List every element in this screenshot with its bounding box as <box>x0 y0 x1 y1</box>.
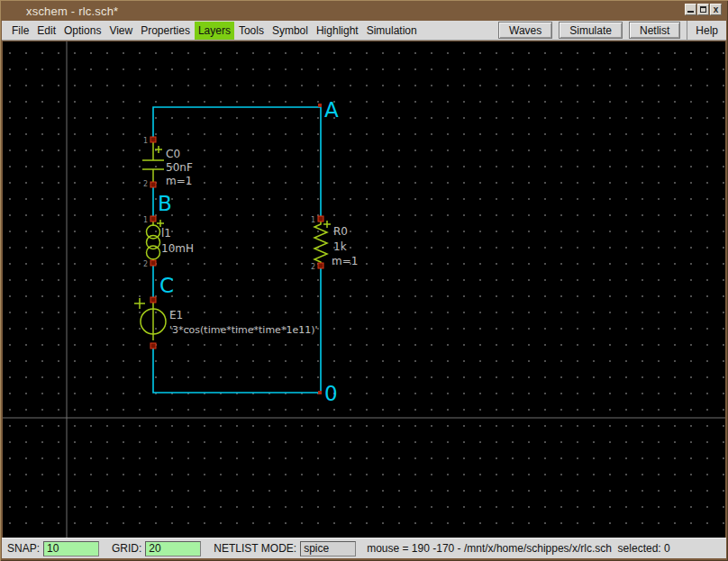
netlist-mode-input[interactable] <box>300 541 356 556</box>
schematic-canvas[interactable]: 1 2 C0 50nF m=1 1 2 l1 10mH <box>3 41 725 538</box>
pin[interactable] <box>150 216 156 222</box>
statusbar: SNAP: GRID: NETLIST MODE: mouse = 190 -1… <box>2 538 726 558</box>
pin[interactable] <box>150 182 156 187</box>
circuit-drawing: 1 2 C0 50nF m=1 1 2 l1 10mH <box>3 41 725 538</box>
net-label-C[interactable]: C <box>159 274 174 297</box>
net-label-B[interactable]: B <box>158 192 172 215</box>
component-mult: m=1 <box>332 255 358 267</box>
component-value: 10mH <box>161 242 194 255</box>
plus-icon <box>157 220 164 227</box>
menu-options[interactable]: Options <box>60 22 105 40</box>
net-label-A[interactable]: A <box>324 98 339 122</box>
grid-label: GRID: <box>112 542 141 555</box>
pin[interactable] <box>150 260 156 266</box>
pin-number: 1 <box>143 137 148 145</box>
pin[interactable] <box>150 343 156 348</box>
component-value: 50nF <box>166 161 193 174</box>
plus-icon <box>155 146 162 153</box>
plus-icon <box>134 298 145 309</box>
menu-highlight[interactable]: Highlight <box>313 22 362 40</box>
menu-layers[interactable]: Layers <box>195 22 234 40</box>
menubar-actions: Waves Simulate Netlist Help <box>498 21 726 40</box>
menubar: File Edit Options View Properties Layers… <box>2 21 726 41</box>
component-ref: C0 <box>166 148 180 160</box>
plus-icon <box>323 221 331 228</box>
component-value: 1k <box>333 240 347 253</box>
menu-file[interactable]: File <box>8 22 32 40</box>
component-capacitor-C0[interactable]: 1 2 C0 50nF m=1 <box>142 137 193 188</box>
pin-number: 2 <box>143 260 148 268</box>
menu-tools[interactable]: Tools <box>235 22 268 40</box>
pin[interactable] <box>318 263 323 268</box>
minimize-icon <box>687 6 694 13</box>
menu-view[interactable]: View <box>105 22 136 40</box>
snap-input[interactable] <box>43 541 99 556</box>
snap-label: SNAP: <box>7 542 40 555</box>
component-ref: R0 <box>333 225 348 238</box>
netlist-button[interactable]: Netlist <box>629 22 680 39</box>
component-ref: E1 <box>169 309 183 321</box>
window-title: xschem - rlc.sch* <box>3 5 118 18</box>
maximize-button[interactable] <box>697 4 709 15</box>
menu-simulation[interactable]: Simulation <box>363 22 421 40</box>
titlebar[interactable]: xschem - rlc.sch* x <box>3 2 725 20</box>
pin[interactable] <box>318 216 323 222</box>
pin-number: 2 <box>143 180 148 188</box>
component-value: '3*cos(time*time*time*1e11)' <box>169 324 317 336</box>
menu-properties[interactable]: Properties <box>137 22 194 40</box>
menu-symbol[interactable]: Symbol <box>268 22 312 40</box>
component-inductor-l1[interactable]: 1 2 l1 10mH <box>143 216 194 268</box>
simulate-button[interactable]: Simulate <box>559 22 623 39</box>
component-ref: l1 <box>161 227 171 240</box>
close-button[interactable]: x <box>710 4 722 15</box>
grid-input[interactable] <box>145 541 201 556</box>
pin-number: 1 <box>311 216 315 224</box>
component-source-E1[interactable]: E1 '3*cos(time*time*time*1e11)' <box>134 297 317 348</box>
pin[interactable] <box>150 297 156 303</box>
waves-button[interactable]: Waves <box>498 22 552 39</box>
netlist-mode-label: NETLIST MODE: <box>214 542 296 555</box>
menu-help[interactable]: Help <box>687 21 726 40</box>
close-icon: x <box>714 6 719 13</box>
window-controls: x <box>685 4 722 15</box>
component-mult: m=1 <box>166 175 192 187</box>
net-label-0[interactable]: 0 <box>324 382 338 405</box>
wire-corner-mark <box>318 391 322 394</box>
pin-number: 2 <box>311 263 315 271</box>
maximize-icon <box>700 6 706 13</box>
pin[interactable] <box>150 137 156 142</box>
component-resistor-R0[interactable]: 1 2 R0 1k m=1 <box>311 216 358 271</box>
xschem-window: xschem - rlc.sch* x File Edit Options Vi… <box>0 0 728 561</box>
status-info: mouse = 190 -170 - /mnt/x/home/schippes/… <box>367 542 670 555</box>
pin-number: 1 <box>143 216 148 224</box>
menu-edit[interactable]: Edit <box>33 22 59 40</box>
minimize-button[interactable] <box>685 4 696 15</box>
wire-corner-mark <box>318 104 322 107</box>
